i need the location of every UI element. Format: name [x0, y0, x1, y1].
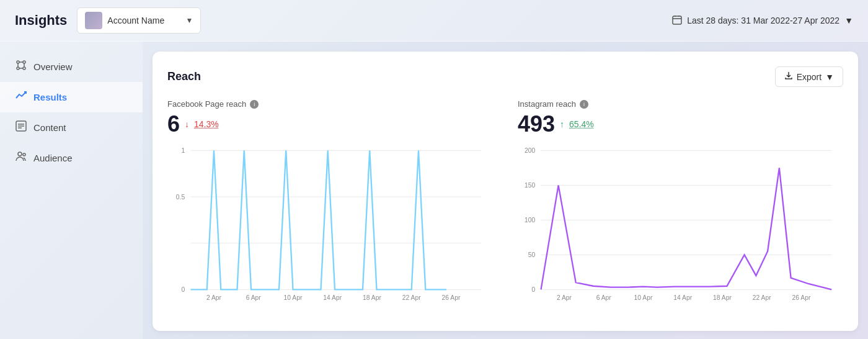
svg-text:1: 1 [181, 147, 185, 154]
svg-text:6 Apr: 6 Apr [596, 294, 612, 301]
svg-text:2 Apr: 2 Apr [557, 294, 572, 301]
facebook-info-icon[interactable]: i [250, 100, 259, 109]
instagram-value: 493 [518, 111, 555, 137]
instagram-chart-container: 200 150 100 50 0 2 Apr 6 Apr 10 Apr 14 A… [518, 145, 843, 301]
calendar-icon [672, 15, 682, 27]
page-title: Insights [15, 12, 67, 29]
facebook-arrow-icon: ↓ [185, 119, 189, 129]
svg-point-6 [17, 67, 19, 70]
sidebar-item-content[interactable]: Content [0, 112, 143, 143]
card-header: Reach Export ▼ [167, 66, 843, 87]
audience-icon [15, 150, 27, 166]
facebook-metric-row: 6 ↓ 14.3% [167, 111, 493, 137]
sidebar-item-label-results: Results [33, 92, 67, 102]
facebook-value: 6 [167, 111, 180, 137]
svg-text:10 Apr: 10 Apr [634, 294, 653, 301]
account-selector[interactable]: Account Name ▼ [77, 7, 201, 34]
svg-text:0: 0 [531, 286, 535, 293]
sidebar-item-label-audience: Audience [33, 153, 73, 163]
facebook-chart-section: Facebook Page reach i 6 ↓ 14.3% [167, 99, 493, 312]
sidebar-item-overview[interactable]: Overview [0, 52, 143, 82]
sidebar-item-label-content: Content [33, 122, 66, 133]
instagram-label: Instagram reach i [518, 99, 843, 109]
instagram-arrow-icon: ↑ [560, 119, 564, 129]
svg-point-7 [23, 67, 25, 70]
facebook-chart-svg: 1 0.5 0 2 Apr 6 Apr 10 Apr 14 Apr 18 Apr… [167, 145, 493, 301]
svg-point-16 [18, 152, 22, 156]
svg-text:0.5: 0.5 [176, 194, 185, 201]
date-range-selector[interactable]: Last 28 days: 31 Mar 2022-27 Apr 2022 ▼ [672, 15, 853, 27]
instagram-chart-svg: 200 150 100 50 0 2 Apr 6 Apr 10 Apr 14 A… [518, 145, 843, 301]
header-left: Insights Account Name ▼ [15, 7, 201, 34]
sidebar-item-label-overview: Overview [33, 61, 73, 72]
facebook-label: Facebook Page reach i [167, 99, 493, 109]
account-avatar [85, 12, 102, 29]
svg-text:2 Apr: 2 Apr [206, 294, 222, 301]
svg-text:10 Apr: 10 Apr [284, 294, 303, 301]
charts-row: Facebook Page reach i 6 ↓ 14.3% [167, 99, 843, 312]
svg-text:150: 150 [525, 182, 535, 189]
content-icon [15, 120, 27, 135]
sidebar-item-results[interactable]: Results [0, 82, 143, 112]
instagram-change: 65.4% [569, 119, 594, 129]
svg-text:26 Apr: 26 Apr [442, 294, 461, 301]
svg-text:18 Apr: 18 Apr [363, 294, 381, 301]
svg-point-5 [23, 61, 25, 63]
svg-text:22 Apr: 22 Apr [402, 294, 421, 301]
instagram-chart-section: Instagram reach i 493 ↑ 65.4% [518, 99, 843, 312]
main-layout: Overview Results Content [0, 42, 868, 339]
export-chevron-icon: ▼ [825, 72, 834, 82]
svg-point-4 [17, 61, 19, 63]
date-range-chevron-icon: ▼ [844, 16, 853, 25]
chevron-down-icon: ▼ [185, 16, 193, 25]
svg-text:100: 100 [525, 217, 535, 224]
svg-rect-0 [673, 16, 681, 24]
svg-text:14 Apr: 14 Apr [673, 294, 692, 301]
svg-text:14 Apr: 14 Apr [323, 294, 342, 301]
instagram-info-icon[interactable]: i [580, 100, 588, 109]
overview-icon [15, 59, 27, 75]
instagram-metric-row: 493 ↑ 65.4% [518, 111, 843, 137]
svg-text:50: 50 [528, 251, 536, 258]
reach-card: Reach Export ▼ Facebook Page [153, 52, 858, 331]
export-icon [784, 71, 793, 82]
sidebar: Overview Results Content [0, 42, 143, 339]
export-label: Export [797, 72, 822, 82]
header: Insights Account Name ▼ Last 28 days: 31… [0, 0, 868, 42]
sidebar-item-audience[interactable]: Audience [0, 143, 143, 173]
svg-text:0: 0 [181, 286, 185, 293]
facebook-chart-container: 1 0.5 0 2 Apr 6 Apr 10 Apr 14 Apr 18 Apr… [167, 145, 493, 301]
account-name: Account Name [107, 16, 180, 25]
facebook-change: 14.3% [194, 119, 219, 129]
card-title: Reach [167, 70, 201, 83]
content-area: Reach Export ▼ Facebook Page [143, 42, 868, 339]
export-button[interactable]: Export ▼ [775, 66, 843, 87]
date-range-label: Last 28 days: 31 Mar 2022-27 Apr 2022 [687, 16, 839, 25]
svg-text:22 Apr: 22 Apr [753, 294, 771, 301]
svg-point-17 [23, 153, 25, 156]
svg-text:6 Apr: 6 Apr [246, 294, 262, 301]
svg-text:200: 200 [525, 147, 535, 154]
svg-text:26 Apr: 26 Apr [792, 294, 811, 301]
svg-text:18 Apr: 18 Apr [713, 294, 732, 301]
results-icon [15, 89, 27, 105]
